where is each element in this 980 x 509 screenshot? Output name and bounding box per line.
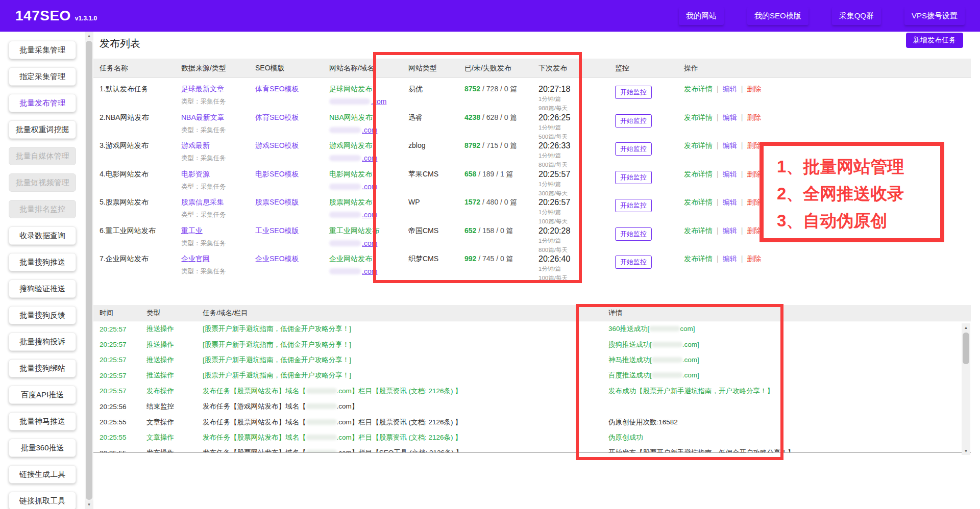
publish-detail-link[interactable]: 发布详情 (684, 198, 713, 206)
scrollbar-thumb[interactable] (86, 41, 92, 500)
table-row: 7.企业网站发布 企业官网 类型：采集任务 企业SEO模板 企业网站发布 .co… (93, 248, 971, 276)
edit-link[interactable]: 编辑 (723, 226, 737, 235)
col-log-task: 任务/域名/栏目 (203, 309, 608, 318)
sidebar-item-batch-publish[interactable]: 批量发布管理 (9, 94, 76, 112)
sidebar-item-sogou-verify-push[interactable]: 搜狗验证推送 (9, 279, 76, 298)
template-link[interactable]: 股票SEO模版 (255, 198, 299, 206)
publish-detail-link[interactable]: 发布详情 (684, 113, 713, 121)
publish-detail-link[interactable]: 发布详情 (684, 85, 713, 93)
app-logo: 147SEO (15, 8, 71, 24)
publish-detail-link[interactable]: 发布详情 (684, 170, 713, 178)
scroll-down-icon[interactable]: ▼ (962, 447, 970, 455)
source-link[interactable]: NBA最新文章 (181, 113, 225, 121)
table-header-row: 任务名称 数据来源/类型 SEO模版 网站名称/域名 网站类型 已/未/失败发布… (93, 59, 971, 78)
sidebar-item-shenma-push[interactable]: 批量神马推送 (9, 412, 76, 430)
scroll-down-icon[interactable]: ▼ (85, 500, 93, 509)
sidebar-item-index-query[interactable]: 收录数据查询 (9, 226, 76, 245)
log-row: 20:25:55 文章操作 发布任务【股票网站发布】域名【.com】栏目【股票资… (93, 414, 971, 429)
start-monitor-button[interactable]: 开始监控 (615, 227, 652, 241)
template-link[interactable]: 工业SEO模版 (255, 226, 299, 235)
source-link[interactable]: 游戏最新 (181, 141, 210, 149)
nav-my-sites[interactable]: 我的网站 (679, 7, 724, 25)
task-name: 6.重工业网站发布 (100, 226, 181, 236)
sidebar-item-sogou-feedback[interactable]: 批量搜狗反馈 (9, 306, 76, 324)
domain-link[interactable]: .com (362, 239, 377, 247)
scrollbar-thumb[interactable] (963, 333, 969, 364)
template-link[interactable]: 体育SEO模板 (255, 113, 299, 121)
domain-link[interactable]: .com (362, 183, 377, 191)
start-monitor-button[interactable]: 开始监控 (615, 114, 652, 128)
sidebar-scrollbar[interactable]: ▲ ▼ (85, 32, 93, 509)
nav-vps-dial-settings[interactable]: VPS拨号设置 (904, 7, 965, 25)
site-name: 电影网站发布 (329, 170, 408, 179)
cms-type: 帝国CMS (408, 226, 464, 236)
start-monitor-button[interactable]: 开始监控 (615, 86, 652, 99)
template-link[interactable]: 游戏SEO模板 (255, 141, 299, 149)
table-row: 2.NBA网站发布 NBA最新文章 类型：采集任务 体育SEO模板 NBA网站发… (93, 107, 971, 135)
count-separator: / (498, 198, 504, 206)
source-link[interactable]: 企业官网 (181, 254, 210, 263)
log-detail: 神马推送成功[.com] (608, 355, 971, 365)
start-monitor-button[interactable]: 开始监控 (615, 171, 652, 184)
count-separator: / (476, 254, 482, 263)
log-scrollbar[interactable]: ▲ ▼ (962, 323, 970, 455)
domain-link[interactable]: .com (362, 126, 377, 134)
cms-type: 迅睿 (408, 113, 464, 122)
edit-link[interactable]: 编辑 (723, 141, 737, 149)
start-monitor-button[interactable]: 开始监控 (615, 256, 652, 269)
start-monitor-button[interactable]: 开始监控 (615, 142, 652, 156)
source-link[interactable]: 电影资源 (181, 170, 210, 178)
pending-count: 158 (482, 226, 494, 235)
sidebar-item-sogou-complaint[interactable]: 批量搜狗投诉 (9, 333, 76, 351)
template-link[interactable]: 电影SEO模板 (255, 170, 299, 178)
nav-my-seo-templates[interactable]: 我的SEO模版 (747, 7, 808, 25)
daily-quota: 500篇/每天 (538, 133, 615, 141)
template-link[interactable]: 企业SEO模板 (255, 254, 299, 263)
edit-link[interactable]: 编辑 (723, 254, 737, 263)
edit-link[interactable]: 编辑 (723, 198, 737, 206)
domain-link[interactable]: .com (362, 154, 377, 162)
cms-type: 易优 (408, 85, 464, 94)
top-nav: 我的网站 我的SEO模版 采集QQ群 VPS拨号设置 (679, 7, 965, 25)
delete-link[interactable]: 删除 (747, 254, 761, 263)
col-site-domain: 网站名称/域名 (329, 64, 408, 73)
add-publish-task-button[interactable]: 新增发布任务 (906, 33, 963, 48)
scroll-up-icon[interactable]: ▲ (85, 32, 93, 40)
edit-link[interactable]: 编辑 (723, 113, 737, 121)
publish-detail-link[interactable]: 发布详情 (684, 226, 713, 235)
domain-link[interactable]: .com (362, 211, 377, 219)
sidebar-item-sogou-push[interactable]: 批量搜狗推送 (9, 253, 76, 271)
source-link[interactable]: 股票信息采集 (181, 198, 224, 206)
failed-count: 0 (504, 141, 508, 149)
publish-detail-link[interactable]: 发布详情 (684, 254, 713, 263)
col-site-type: 网站类型 (408, 64, 464, 73)
site-name: 重工业网站发布 (329, 226, 408, 236)
edit-link[interactable]: 编辑 (723, 170, 737, 178)
task-name: 7.企业网站发布 (100, 254, 181, 264)
source-link[interactable]: 足球最新文章 (181, 85, 224, 93)
sidebar-item-360-push[interactable]: 批量360推送 (9, 439, 76, 457)
sidebar-item-link-generate[interactable]: 链接生成工具 (9, 465, 76, 483)
delete-link[interactable]: 删除 (747, 85, 761, 93)
site-name: NBA网站发布 (329, 113, 408, 122)
sidebar-item-keyword-mining[interactable]: 批量权重词挖掘 (9, 120, 76, 139)
publish-counts: 8752 / 728 / 0 篇 (464, 85, 538, 94)
publish-detail-link[interactable]: 发布详情 (684, 141, 713, 149)
domain-link[interactable]: .com (371, 97, 386, 106)
start-monitor-button[interactable]: 开始监控 (615, 199, 652, 212)
scroll-up-icon[interactable]: ▲ (962, 323, 970, 332)
nav-qq-group[interactable]: 采集QQ群 (832, 7, 881, 25)
edit-link[interactable]: 编辑 (723, 85, 737, 93)
sidebar-item-sogou-bind[interactable]: 批量搜狗绑站 (9, 359, 76, 377)
log-time: 20:25:57 (100, 356, 146, 364)
sidebar-item-baidu-api-push[interactable]: 百度API推送 (9, 386, 76, 404)
domain-link[interactable]: .com (362, 267, 377, 275)
sidebar-item-link-grab[interactable]: 链接抓取工具 (9, 492, 76, 509)
sidebar-item-batch-collect[interactable]: 批量采集管理 (9, 41, 76, 59)
pending-count: 189 (482, 170, 494, 178)
sidebar-item-specified-collect[interactable]: 指定采集管理 (9, 67, 76, 86)
log-task: [股票开户新手避坑指南，低佣金开户攻略分享！] (203, 355, 608, 365)
template-link[interactable]: 体育SEO模板 (255, 85, 299, 93)
source-link[interactable]: 重工业 (181, 226, 203, 235)
delete-link[interactable]: 删除 (747, 113, 761, 121)
